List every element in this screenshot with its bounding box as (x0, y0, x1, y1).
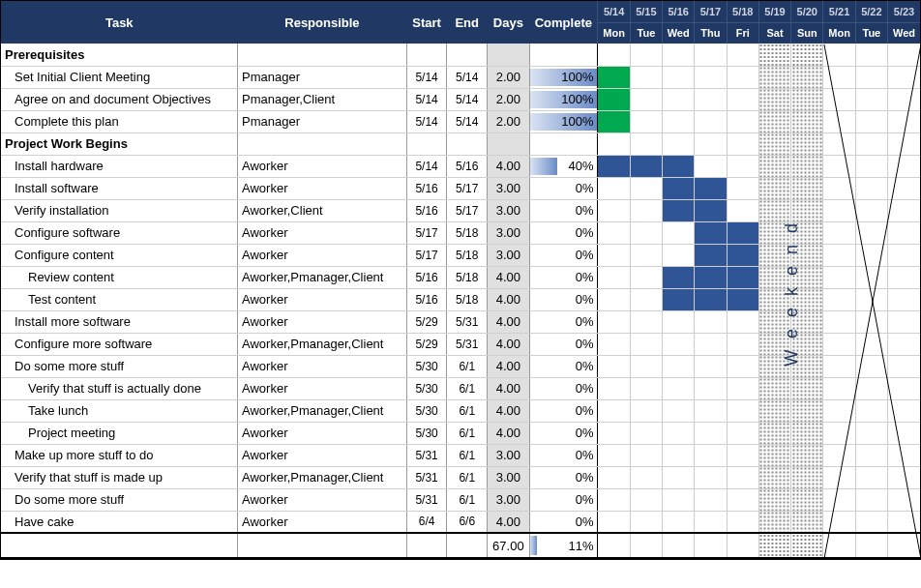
task-row[interactable]: Install more softwareAworker5/295/314.00… (1, 310, 920, 333)
task-start[interactable]: 5/16 (406, 199, 447, 221)
task-days[interactable] (488, 132, 530, 155)
task-row[interactable]: Configure more softwareAworker,Pmanager,… (1, 333, 920, 355)
task-days[interactable]: 3.00 (488, 444, 530, 466)
header-dow[interactable]: Fri (727, 22, 758, 44)
task-responsible[interactable]: Aworker (238, 444, 407, 466)
task-name[interactable]: Take lunch (1, 399, 238, 422)
task-start[interactable]: 5/17 (406, 244, 447, 266)
task-name[interactable]: Verify that stuff is made up (1, 466, 238, 488)
header-dow[interactable]: Wed (663, 22, 695, 44)
task-start[interactable]: 5/16 (406, 266, 447, 288)
task-responsible[interactable]: Aworker (238, 244, 407, 266)
task-responsible[interactable]: Aworker (238, 155, 407, 177)
task-complete[interactable]: 100% (529, 88, 598, 110)
task-days[interactable]: 4.00 (488, 155, 530, 177)
task-name[interactable]: Verify installation (1, 199, 238, 221)
task-complete[interactable]: 0% (529, 310, 598, 333)
task-days[interactable]: 4.00 (488, 422, 530, 444)
task-name[interactable]: Configure content (1, 244, 238, 266)
header-date[interactable]: 5/22 (855, 1, 887, 22)
task-name[interactable]: Make up more stuff to do (1, 444, 238, 466)
task-end[interactable]: 6/1 (447, 466, 488, 488)
task-days[interactable]: 3.00 (488, 466, 530, 488)
task-responsible[interactable]: Pmanager (238, 110, 407, 132)
task-responsible[interactable]: Pmanager (238, 66, 407, 88)
task-end[interactable]: 6/1 (447, 355, 488, 377)
task-end[interactable]: 5/17 (447, 199, 488, 221)
task-complete[interactable]: 40% (529, 155, 598, 177)
task-start[interactable]: 5/17 (406, 221, 447, 244)
task-days[interactable]: 3.00 (488, 177, 530, 199)
header-days[interactable]: Days (488, 1, 530, 44)
task-start[interactable]: 5/14 (406, 110, 447, 132)
header-date[interactable]: 5/14 (598, 1, 630, 22)
task-days[interactable]: 4.00 (488, 310, 530, 333)
task-end[interactable]: 5/14 (447, 110, 488, 132)
header-date[interactable]: 5/18 (727, 1, 758, 22)
task-row[interactable]: Verify installationAworker,Client5/165/1… (1, 199, 920, 221)
task-days[interactable]: 3.00 (488, 488, 530, 511)
task-end[interactable] (447, 44, 488, 66)
task-days[interactable]: 4.00 (488, 266, 530, 288)
task-row[interactable]: Agree on and document ObjectivesPmanager… (1, 88, 920, 110)
task-start[interactable]: 5/16 (406, 288, 447, 310)
task-row[interactable]: Install hardwareAworker5/145/164.0040% (1, 155, 920, 177)
group-row[interactable]: Prerequisites (1, 44, 920, 66)
task-row[interactable]: Have cakeAworker6/46/64.000% (1, 511, 920, 533)
task-end[interactable]: 5/18 (447, 221, 488, 244)
header-dow[interactable]: Thu (695, 22, 727, 44)
header-dow[interactable]: Sat (758, 22, 790, 44)
task-name[interactable]: Project Work Begins (1, 132, 238, 155)
header-end[interactable]: End (447, 1, 488, 44)
task-end[interactable]: 6/1 (447, 377, 488, 399)
task-start[interactable]: 5/14 (406, 88, 447, 110)
task-responsible[interactable]: Aworker (238, 177, 407, 199)
task-responsible[interactable]: Aworker,Pmanager,Client (238, 266, 407, 288)
task-name[interactable]: Review content (1, 266, 238, 288)
task-row[interactable]: Project meetingAworker5/306/14.000% (1, 422, 920, 444)
task-end[interactable]: 6/6 (447, 511, 488, 533)
header-dow[interactable]: Tue (630, 22, 662, 44)
task-complete[interactable]: 0% (529, 399, 598, 422)
task-start[interactable]: 5/14 (406, 155, 447, 177)
task-complete[interactable]: 0% (529, 333, 598, 355)
task-start[interactable] (406, 132, 447, 155)
task-name[interactable]: Prerequisites (1, 44, 238, 66)
task-row[interactable]: Set Initial Client MeetingPmanager5/145/… (1, 66, 920, 88)
task-name[interactable]: Configure software (1, 221, 238, 244)
task-responsible[interactable]: Aworker,Pmanager,Client (238, 333, 407, 355)
header-task[interactable]: Task (1, 1, 238, 44)
task-name[interactable]: Install hardware (1, 155, 238, 177)
header-dow[interactable]: Sun (791, 22, 823, 44)
task-start[interactable]: 5/29 (406, 310, 447, 333)
task-start[interactable]: 5/30 (406, 377, 447, 399)
task-responsible[interactable]: Aworker,Pmanager,Client (238, 466, 407, 488)
task-complete[interactable]: 0% (529, 288, 598, 310)
task-responsible[interactable]: Aworker (238, 422, 407, 444)
task-responsible[interactable]: Aworker,Pmanager,Client (238, 399, 407, 422)
task-days[interactable]: 4.00 (488, 399, 530, 422)
task-name[interactable]: Complete this plan (1, 110, 238, 132)
task-start[interactable]: 5/31 (406, 488, 447, 511)
task-start[interactable]: 5/14 (406, 66, 447, 88)
task-row[interactable]: Verify that stuff is actually doneAworke… (1, 377, 920, 399)
task-name[interactable]: Test content (1, 288, 238, 310)
task-row[interactable]: Install softwareAworker5/165/173.000% (1, 177, 920, 199)
header-date[interactable]: 5/21 (823, 1, 855, 22)
task-name[interactable]: Agree on and document Objectives (1, 88, 238, 110)
task-responsible[interactable]: Aworker (238, 355, 407, 377)
task-row[interactable]: Take lunchAworker,Pmanager,Client5/306/1… (1, 399, 920, 422)
task-responsible[interactable]: Aworker (238, 377, 407, 399)
header-date[interactable]: 5/15 (630, 1, 662, 22)
task-row[interactable]: Review contentAworker,Pmanager,Client5/1… (1, 266, 920, 288)
task-complete[interactable]: 100% (529, 66, 598, 88)
task-end[interactable]: 5/14 (447, 66, 488, 88)
task-row[interactable]: Configure contentAworker5/175/183.000% (1, 244, 920, 266)
task-responsible[interactable]: Aworker (238, 310, 407, 333)
task-responsible[interactable]: Aworker (238, 488, 407, 511)
task-row[interactable]: Complete this planPmanager5/145/142.0010… (1, 110, 920, 132)
task-end[interactable]: 5/31 (447, 310, 488, 333)
header-date[interactable]: 5/19 (758, 1, 790, 22)
task-complete[interactable]: 0% (529, 177, 598, 199)
task-days[interactable] (488, 44, 530, 66)
